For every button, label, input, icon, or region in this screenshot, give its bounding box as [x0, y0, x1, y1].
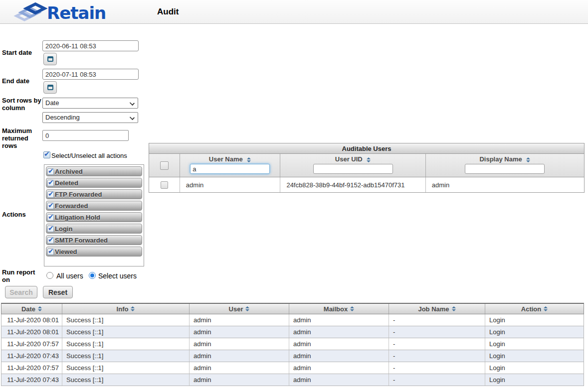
column-label: Date: [21, 305, 35, 313]
results-column-date[interactable]: Date: [1, 304, 62, 314]
page-title: Audit: [157, 0, 179, 24]
audit-results-table: Date Info User Mailbox Job Name Action 1…: [1, 303, 584, 386]
table-row[interactable]: 11-Jul-2020 07:43 Success [::1] admin ad…: [1, 350, 584, 362]
display-name-filter-input[interactable]: [465, 164, 545, 174]
column-label: Job Name: [418, 305, 449, 313]
sort-rows-label: Sort rows by column: [2, 97, 42, 112]
results-column-job-name[interactable]: Job Name: [389, 304, 485, 314]
checkbox[interactable]: [47, 226, 54, 232]
radio-all-users[interactable]: [46, 272, 53, 279]
checkbox[interactable]: [47, 203, 54, 209]
max-rows-input[interactable]: [42, 130, 129, 141]
sort-icon: [350, 306, 354, 311]
action-label: Forwarded: [55, 202, 88, 210]
sort-icon: [245, 306, 249, 311]
checkbox[interactable]: [47, 191, 54, 198]
user-uid-cell: 24fcb828-38b9-44bf-9152-adb15470f731: [280, 177, 425, 192]
action-item-viewed[interactable]: Viewed: [46, 247, 142, 257]
results-column-info[interactable]: Info: [62, 304, 189, 314]
display-name-cell: admin: [425, 177, 584, 192]
results-column-action[interactable]: Action: [485, 304, 584, 314]
cell-info: Success [::1]: [62, 314, 189, 326]
user-uid-filter-input[interactable]: [313, 164, 393, 174]
results-table-header: Date Info User Mailbox Job Name Action: [1, 303, 584, 314]
sort-direction-value: Descending: [45, 114, 80, 121]
table-row[interactable]: 11-Jul-2020 08:01 Success [::1] admin ad…: [1, 314, 584, 326]
cell-date: 11-Jul-2020 07:57: [1, 338, 62, 350]
checkbox[interactable]: [47, 180, 54, 186]
display-name-sort-header[interactable]: Display Name: [479, 154, 530, 164]
cell-mailbox: admin: [289, 326, 389, 338]
cell-date: 11-Jul-2020 08:01: [1, 326, 62, 338]
action-item-login[interactable]: Login: [46, 224, 142, 234]
run-report-label: Run report on: [2, 268, 42, 283]
app-header: Retain Audit: [0, 0, 588, 24]
action-item-deleted[interactable]: Deleted: [46, 178, 142, 188]
checkbox[interactable]: [47, 168, 54, 175]
column-label: User UID: [335, 155, 363, 163]
end-date-input[interactable]: [42, 69, 139, 80]
sort-direction-select[interactable]: Descending: [42, 112, 138, 123]
start-date-calendar-button[interactable]: [43, 53, 57, 65]
chevron-down-icon: [130, 115, 135, 120]
radio-select-users[interactable]: [89, 272, 96, 279]
action-label: Login: [55, 225, 72, 233]
action-item-archived[interactable]: Archived: [46, 166, 142, 176]
user-row[interactable]: admin 24fcb828-38b9-44bf-9152-adb15470f7…: [149, 177, 585, 193]
action-item-litigation-hold[interactable]: Litigation Hold: [46, 212, 142, 222]
users-table-header: User Name User UID Display Name: [149, 154, 585, 177]
cell-date: 11-Jul-2020 07:43: [1, 350, 62, 362]
calendar-icon: [47, 85, 53, 90]
end-date-label: End date: [2, 77, 42, 85]
sort-icon: [367, 157, 371, 162]
action-label: Deleted: [55, 179, 78, 187]
checkbox[interactable]: [47, 214, 54, 221]
cell-job-name: -: [389, 362, 485, 374]
user-name-sort-header[interactable]: User Name: [209, 154, 251, 164]
sort-icon: [247, 157, 251, 162]
cell-user: admin: [189, 314, 289, 326]
user-uid-sort-header[interactable]: User UID: [335, 154, 371, 164]
user-row-checkbox-cell: [149, 177, 180, 192]
cell-user: admin: [189, 338, 289, 350]
results-column-user[interactable]: User: [189, 304, 289, 314]
column-user-uid: User UID: [280, 154, 425, 177]
column-user-name: User Name: [180, 154, 280, 177]
cell-job-name: -: [389, 338, 485, 350]
logo-diamond-dark: [26, 4, 44, 13]
radio-all-users-label: All users: [56, 272, 83, 280]
sort-icon: [131, 306, 135, 311]
cell-info: Success [::1]: [62, 326, 189, 338]
checkbox[interactable]: [47, 237, 54, 244]
start-date-label: Start date: [2, 49, 42, 56]
reset-button[interactable]: Reset: [43, 286, 73, 298]
column-label: Action: [521, 305, 541, 313]
user-name-filter-input[interactable]: [190, 164, 270, 174]
checkbox[interactable]: [47, 249, 54, 255]
select-all-users-checkbox[interactable]: [160, 161, 169, 170]
results-column-mailbox[interactable]: Mailbox: [289, 304, 389, 314]
users-table-title: Auditable Users: [149, 143, 585, 154]
user-row-checkbox[interactable]: [161, 181, 168, 189]
action-item-smtp-forwarded[interactable]: SMTP Forwarded: [46, 235, 142, 245]
table-row[interactable]: 11-Jul-2020 07:57 Success [::1] admin ad…: [1, 338, 584, 350]
end-date-calendar-button[interactable]: [43, 81, 57, 94]
start-date-input[interactable]: [42, 40, 139, 51]
action-item-forwarded[interactable]: Forwarded: [46, 201, 142, 211]
action-label: Litigation Hold: [55, 214, 100, 221]
cell-user: admin: [189, 374, 289, 386]
action-item-ftp-forwarded[interactable]: FTP Forwarded: [46, 189, 142, 199]
table-row[interactable]: 11-Jul-2020 07:43 Success [::1] admin ad…: [1, 374, 584, 386]
sort-column-select[interactable]: Date: [42, 98, 138, 109]
table-row[interactable]: 11-Jul-2020 08:01 Success [::1] admin ad…: [1, 326, 584, 338]
cell-job-name: -: [389, 350, 485, 362]
sort-icon: [452, 306, 456, 311]
sort-icon: [38, 306, 42, 311]
chevron-down-icon: [130, 101, 135, 106]
calendar-icon: [47, 56, 53, 62]
search-button[interactable]: Search: [5, 286, 37, 298]
select-all-actions-checkbox[interactable]: [43, 151, 50, 158]
cell-user: admin: [189, 326, 289, 338]
table-row[interactable]: 11-Jul-2020 07:57 Success [::1] admin ad…: [1, 362, 584, 374]
cell-action: Login: [485, 362, 584, 374]
